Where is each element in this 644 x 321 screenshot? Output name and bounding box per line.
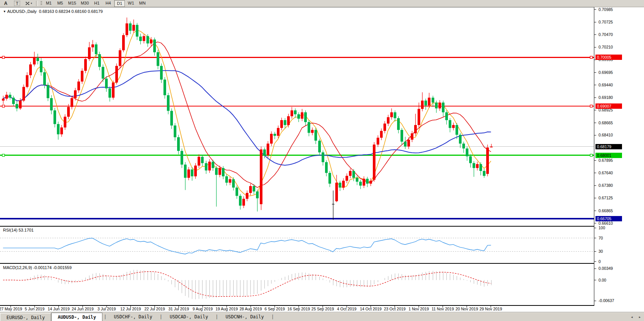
symbol-tab-usdchf[interactable]: USDCHF-, Daily bbox=[108, 312, 158, 321]
candle-body bbox=[12, 98, 15, 104]
date-axis-label: 9 Aug 2019 bbox=[193, 307, 213, 311]
candle-body bbox=[352, 171, 355, 178]
price-axis-label: 0.67895 bbox=[598, 158, 613, 163]
candle-body bbox=[263, 149, 266, 155]
candle-body bbox=[167, 95, 170, 111]
tab-separator: | bbox=[102, 312, 108, 321]
candle-body bbox=[356, 178, 358, 182]
rsi-axis-label: 100 bbox=[598, 225, 605, 230]
candle-body bbox=[50, 98, 53, 110]
price-axis-label: 0.70210 bbox=[598, 45, 613, 49]
tab-scroll-arrows: ◂ ▸ bbox=[631, 312, 641, 321]
candle-body bbox=[181, 151, 183, 164]
candle-body bbox=[187, 169, 190, 178]
candle-body bbox=[325, 162, 328, 173]
date-axis-label: 22 Jul 2019 bbox=[145, 307, 165, 311]
price-axis-label: 0.70470 bbox=[598, 32, 613, 37]
candle-body bbox=[335, 183, 338, 201]
candle-body bbox=[225, 176, 228, 183]
candle-body bbox=[71, 98, 73, 107]
symbol-tab-usdcnh[interactable]: USDCNH-, Daily bbox=[220, 312, 270, 321]
candle-body bbox=[112, 83, 115, 98]
candle-body bbox=[363, 179, 365, 186]
symbol-tab-bar: EURUSD-, DailyAUDUSD-, Daily|USDCHF-, Da… bbox=[0, 312, 644, 321]
tab-scroll-right-icon[interactable]: ▸ bbox=[638, 315, 641, 319]
candle-body bbox=[74, 90, 77, 98]
candle-body bbox=[160, 66, 163, 80]
candle-body bbox=[284, 120, 286, 125]
candle-body bbox=[119, 50, 121, 66]
candle-body bbox=[236, 188, 238, 196]
support-level-badge: 0.68001 bbox=[595, 153, 622, 158]
candle-body bbox=[314, 130, 317, 141]
date-axis-label: 14 Oct 2019 bbox=[360, 307, 382, 311]
candle-body bbox=[466, 149, 468, 157]
rsi-line bbox=[3, 238, 491, 254]
candle-body bbox=[163, 80, 166, 95]
candle-body bbox=[407, 140, 410, 147]
candle-body bbox=[322, 152, 324, 162]
candle-body bbox=[218, 168, 221, 175]
price-axis-label: 0.66865 bbox=[598, 208, 613, 213]
candle-body bbox=[277, 128, 280, 136]
macd-axis-label: 0.00 bbox=[598, 278, 606, 282]
candle-body bbox=[242, 199, 245, 206]
candle-body bbox=[483, 171, 485, 176]
date-axis-label: 11 Nov 2019 bbox=[432, 307, 454, 311]
date-axis-label: 23 Oct 2019 bbox=[384, 307, 405, 311]
candle-body bbox=[462, 144, 465, 149]
date-axis-label: 12 Jul 2019 bbox=[120, 307, 141, 311]
candle-body bbox=[287, 116, 290, 125]
candle-body bbox=[308, 122, 310, 133]
candle-body bbox=[456, 125, 458, 135]
symbol-tab-audusd[interactable]: AUDUSD-, Daily bbox=[51, 313, 102, 321]
date-axis-label: 29 Nov 2019 bbox=[479, 307, 502, 311]
candle-body bbox=[249, 186, 252, 193]
candle-body bbox=[414, 125, 417, 133]
candle-body bbox=[105, 78, 108, 88]
candle-body bbox=[349, 171, 352, 176]
candle-body bbox=[153, 39, 156, 52]
candle-body bbox=[43, 72, 46, 85]
candle-body bbox=[146, 36, 149, 43]
candle-body bbox=[267, 144, 269, 155]
candle-body bbox=[47, 85, 49, 98]
date-axis-label: 19 Aug 2019 bbox=[215, 307, 238, 311]
candle-body bbox=[473, 163, 475, 168]
date-axis-label: 3 Jul 2019 bbox=[97, 307, 116, 311]
candle-body bbox=[9, 95, 11, 98]
symbol-tab-usdcad[interactable]: USDCAD-, Daily bbox=[163, 312, 214, 321]
candle-body bbox=[212, 162, 214, 168]
candle-body bbox=[95, 44, 97, 54]
candle-body bbox=[452, 125, 455, 128]
main-rsi-separator bbox=[0, 226, 594, 227]
candle-body bbox=[394, 112, 396, 118]
candle-body bbox=[442, 103, 445, 113]
candle-body bbox=[328, 173, 331, 183]
rsi-axis-label: 70 bbox=[598, 236, 603, 240]
tab-separator: | bbox=[158, 312, 163, 321]
resistance-level-badge: 0.70005 bbox=[595, 55, 622, 60]
candle-body bbox=[377, 138, 379, 144]
candle-body bbox=[232, 179, 235, 188]
candle-body bbox=[421, 100, 424, 109]
chart-ohlc-values: 0.68163 0.68234 0.68160 0.68179 bbox=[39, 9, 103, 14]
macd-main-value: -0.001174 bbox=[33, 265, 52, 270]
price-axis-label: 0.70985 bbox=[598, 7, 613, 12]
rsi-macd-separator bbox=[0, 263, 594, 264]
candle-body bbox=[401, 130, 403, 142]
price-chart-canvas[interactable]: 0.709850.707250.704700.702100.699550.696… bbox=[0, 0, 644, 312]
candle-body bbox=[297, 114, 300, 119]
tab-separator: | bbox=[214, 312, 220, 321]
candle-body bbox=[304, 112, 307, 122]
candle-body bbox=[256, 191, 259, 198]
candle-body bbox=[174, 125, 176, 137]
tab-scroll-left-icon[interactable]: ◂ bbox=[631, 315, 633, 319]
candle-body bbox=[215, 168, 218, 175]
line-end-marker bbox=[590, 105, 592, 107]
candle-body bbox=[136, 25, 138, 37]
candle-body bbox=[346, 176, 348, 181]
candle-body bbox=[273, 134, 276, 136]
symbol-tab-eurusd[interactable]: EURUSD-, Daily bbox=[0, 313, 51, 321]
collapse-triangle-icon[interactable]: ▼ bbox=[3, 10, 6, 13]
